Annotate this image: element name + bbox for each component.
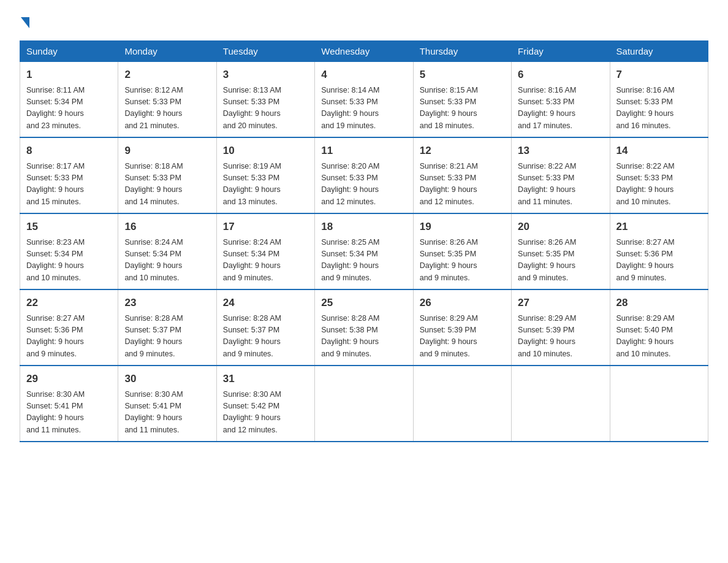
day-info: Sunrise: 8:18 AMSunset: 5:33 PMDaylight:…: [124, 161, 210, 209]
day-info: Sunrise: 8:22 AMSunset: 5:33 PMDaylight:…: [518, 161, 603, 209]
day-number: 23: [124, 295, 210, 311]
day-cell: 2Sunrise: 8:12 AMSunset: 5:33 PMDaylight…: [118, 62, 216, 138]
day-cell: 13Sunrise: 8:22 AMSunset: 5:33 PMDayligh…: [512, 137, 610, 213]
day-info: Sunrise: 8:25 AMSunset: 5:34 PMDaylight:…: [321, 237, 406, 285]
day-number: 17: [223, 219, 308, 235]
day-info: Sunrise: 8:28 AMSunset: 5:38 PMDaylight:…: [321, 313, 406, 361]
header-cell-wednesday: Wednesday: [315, 41, 413, 62]
day-info: Sunrise: 8:26 AMSunset: 5:35 PMDaylight:…: [518, 237, 603, 285]
day-number: 27: [518, 295, 603, 311]
day-number: 26: [420, 295, 505, 311]
week-row-1: 1Sunrise: 8:11 AMSunset: 5:34 PMDaylight…: [20, 62, 708, 138]
day-number: 20: [518, 219, 603, 235]
day-cell: 19Sunrise: 8:26 AMSunset: 5:35 PMDayligh…: [413, 213, 511, 289]
day-info: Sunrise: 8:12 AMSunset: 5:33 PMDaylight:…: [124, 85, 210, 132]
day-cell: 3Sunrise: 8:13 AMSunset: 5:33 PMDaylight…: [216, 62, 314, 138]
header-row: SundayMondayTuesdayWednesdayThursdayFrid…: [20, 41, 708, 62]
day-number: 6: [518, 67, 603, 83]
day-cell: 16Sunrise: 8:24 AMSunset: 5:34 PMDayligh…: [118, 213, 216, 289]
day-number: 25: [321, 295, 406, 311]
day-info: Sunrise: 8:29 AMSunset: 5:39 PMDaylight:…: [518, 313, 603, 361]
day-number: 10: [223, 143, 308, 159]
week-row-5: 29Sunrise: 8:30 AMSunset: 5:41 PMDayligh…: [20, 366, 708, 442]
day-number: 18: [321, 219, 406, 235]
day-number: 30: [124, 371, 210, 387]
day-info: Sunrise: 8:19 AMSunset: 5:33 PMDaylight:…: [223, 161, 308, 209]
day-info: Sunrise: 8:27 AMSunset: 5:36 PMDaylight:…: [26, 313, 112, 361]
day-cell: 14Sunrise: 8:22 AMSunset: 5:33 PMDayligh…: [610, 137, 708, 213]
page-header: [20, 15, 708, 28]
day-number: 28: [616, 295, 702, 311]
day-cell: 17Sunrise: 8:24 AMSunset: 5:34 PMDayligh…: [216, 213, 314, 289]
day-number: 24: [223, 295, 308, 311]
day-number: 8: [26, 143, 112, 159]
calendar-body: 1Sunrise: 8:11 AMSunset: 5:34 PMDaylight…: [20, 62, 708, 442]
day-cell: 20Sunrise: 8:26 AMSunset: 5:35 PMDayligh…: [512, 213, 610, 289]
day-cell: 21Sunrise: 8:27 AMSunset: 5:36 PMDayligh…: [610, 213, 708, 289]
header-cell-thursday: Thursday: [413, 41, 511, 62]
week-row-3: 15Sunrise: 8:23 AMSunset: 5:34 PMDayligh…: [20, 213, 708, 289]
day-number: 19: [420, 219, 505, 235]
day-cell: 8Sunrise: 8:17 AMSunset: 5:33 PMDaylight…: [20, 137, 118, 213]
day-number: 4: [321, 67, 406, 83]
day-cell: 7Sunrise: 8:16 AMSunset: 5:33 PMDaylight…: [610, 62, 708, 138]
header-cell-monday: Monday: [118, 41, 216, 62]
day-cell: 5Sunrise: 8:15 AMSunset: 5:33 PMDaylight…: [413, 62, 511, 138]
day-number: 9: [124, 143, 210, 159]
day-info: Sunrise: 8:21 AMSunset: 5:33 PMDaylight:…: [420, 161, 505, 209]
day-cell: [610, 366, 708, 442]
day-info: Sunrise: 8:15 AMSunset: 5:33 PMDaylight:…: [420, 85, 505, 132]
day-cell: 28Sunrise: 8:29 AMSunset: 5:40 PMDayligh…: [610, 289, 708, 366]
day-info: Sunrise: 8:27 AMSunset: 5:36 PMDaylight:…: [616, 237, 702, 285]
day-number: 15: [26, 219, 112, 235]
day-info: Sunrise: 8:13 AMSunset: 5:33 PMDaylight:…: [223, 85, 308, 132]
day-cell: 1Sunrise: 8:11 AMSunset: 5:34 PMDaylight…: [20, 62, 118, 138]
day-cell: 9Sunrise: 8:18 AMSunset: 5:33 PMDaylight…: [118, 137, 216, 213]
day-cell: 24Sunrise: 8:28 AMSunset: 5:37 PMDayligh…: [216, 289, 314, 366]
day-number: 7: [616, 67, 702, 83]
week-row-4: 22Sunrise: 8:27 AMSunset: 5:36 PMDayligh…: [20, 289, 708, 366]
day-cell: 25Sunrise: 8:28 AMSunset: 5:38 PMDayligh…: [315, 289, 413, 366]
day-cell: 23Sunrise: 8:28 AMSunset: 5:37 PMDayligh…: [118, 289, 216, 366]
day-info: Sunrise: 8:24 AMSunset: 5:34 PMDaylight:…: [223, 237, 308, 285]
day-cell: 15Sunrise: 8:23 AMSunset: 5:34 PMDayligh…: [20, 213, 118, 289]
day-cell: [512, 366, 610, 442]
day-cell: 26Sunrise: 8:29 AMSunset: 5:39 PMDayligh…: [413, 289, 511, 366]
day-info: Sunrise: 8:14 AMSunset: 5:33 PMDaylight:…: [321, 85, 406, 132]
day-number: 13: [518, 143, 603, 159]
day-info: Sunrise: 8:20 AMSunset: 5:33 PMDaylight:…: [321, 161, 406, 209]
day-info: Sunrise: 8:28 AMSunset: 5:37 PMDaylight:…: [223, 313, 308, 361]
day-number: 12: [420, 143, 505, 159]
day-cell: 30Sunrise: 8:30 AMSunset: 5:41 PMDayligh…: [118, 366, 216, 442]
day-cell: 29Sunrise: 8:30 AMSunset: 5:41 PMDayligh…: [20, 366, 118, 442]
day-cell: 31Sunrise: 8:30 AMSunset: 5:42 PMDayligh…: [216, 366, 314, 442]
header-cell-tuesday: Tuesday: [216, 41, 314, 62]
day-cell: 10Sunrise: 8:19 AMSunset: 5:33 PMDayligh…: [216, 137, 314, 213]
day-number: 29: [26, 371, 112, 387]
day-cell: 27Sunrise: 8:29 AMSunset: 5:39 PMDayligh…: [512, 289, 610, 366]
day-info: Sunrise: 8:30 AMSunset: 5:41 PMDaylight:…: [124, 389, 210, 437]
day-info: Sunrise: 8:30 AMSunset: 5:42 PMDaylight:…: [223, 389, 308, 437]
header-cell-friday: Friday: [512, 41, 610, 62]
day-info: Sunrise: 8:16 AMSunset: 5:33 PMDaylight:…: [518, 85, 603, 132]
day-info: Sunrise: 8:22 AMSunset: 5:33 PMDaylight:…: [616, 161, 702, 209]
day-cell: 4Sunrise: 8:14 AMSunset: 5:33 PMDaylight…: [315, 62, 413, 138]
day-cell: 11Sunrise: 8:20 AMSunset: 5:33 PMDayligh…: [315, 137, 413, 213]
day-number: 11: [321, 143, 406, 159]
day-number: 2: [124, 67, 210, 83]
day-cell: 6Sunrise: 8:16 AMSunset: 5:33 PMDaylight…: [512, 62, 610, 138]
day-info: Sunrise: 8:26 AMSunset: 5:35 PMDaylight:…: [420, 237, 505, 285]
day-info: Sunrise: 8:29 AMSunset: 5:40 PMDaylight:…: [616, 313, 702, 361]
day-number: 5: [420, 67, 505, 83]
day-number: 3: [223, 67, 308, 83]
day-info: Sunrise: 8:17 AMSunset: 5:33 PMDaylight:…: [26, 161, 112, 209]
day-cell: [315, 366, 413, 442]
day-number: 21: [616, 219, 702, 235]
day-info: Sunrise: 8:24 AMSunset: 5:34 PMDaylight:…: [124, 237, 210, 285]
day-info: Sunrise: 8:11 AMSunset: 5:34 PMDaylight:…: [26, 85, 112, 132]
day-cell: 12Sunrise: 8:21 AMSunset: 5:33 PMDayligh…: [413, 137, 511, 213]
logo-triangle-icon: [21, 17, 29, 28]
day-info: Sunrise: 8:28 AMSunset: 5:37 PMDaylight:…: [124, 313, 210, 361]
day-number: 31: [223, 371, 308, 387]
day-info: Sunrise: 8:23 AMSunset: 5:34 PMDaylight:…: [26, 237, 112, 285]
